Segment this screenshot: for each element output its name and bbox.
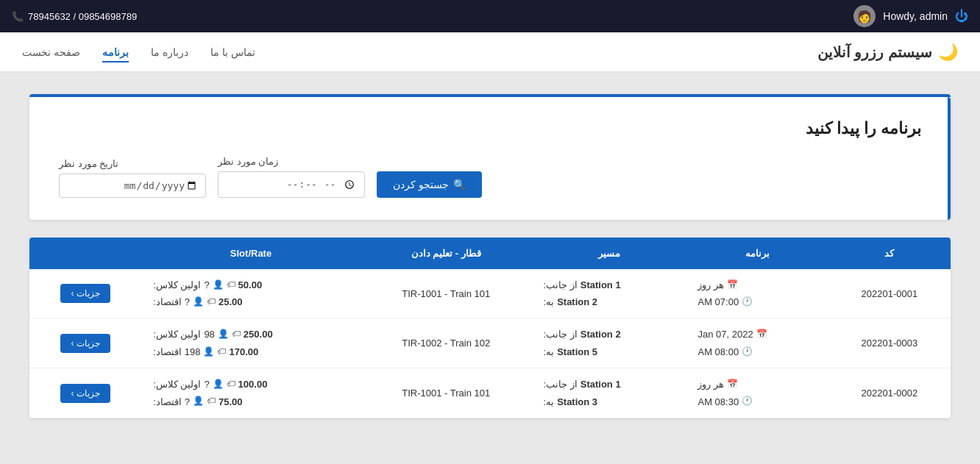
cell-schedule: 📅 هر روز 🕐 AM 08:30 [686,368,828,418]
slot2-label: اقتصاد: [153,293,182,310]
slot1-person-icon: 👤 [213,277,224,293]
cell-route: Station 1 از جانب: Station 3 به: [532,368,686,418]
slot2-value: 170.00 [229,343,258,360]
search-button[interactable]: 🔍 جستجو کردن [377,171,482,198]
route-from-label: از جانب: [544,376,578,393]
results-table: کد برنامه مسیر قطار - تعلیم دادن Slot/Ra… [29,238,951,418]
clock-icon: 🕐 [742,294,753,310]
power-icon[interactable]: ⏻ [955,9,968,24]
schedule-date: Jan 07, 2022 [697,326,753,343]
time-label: زمان مورد نظر [218,156,278,167]
cell-code: 202201-0001 [828,269,951,318]
navbar-brand: 🌙 سیستم رزرو آنلاین [817,43,958,62]
schedule-time: AM 08:00 [697,343,739,360]
cell-code: 202201-0003 [828,318,951,368]
route-to-value: Station 3 [557,393,597,410]
slot1-value: 250.00 [244,326,273,343]
schedule-time: AM 07:00 [697,293,739,310]
detail-button[interactable]: جزیات › [60,334,110,353]
col-code: کد [828,238,951,269]
date-label: تاریخ مورد نظر [59,158,118,169]
nav-link-about[interactable]: درباره ما [151,46,188,58]
cell-train: TIR-1002 - Train 102 [361,318,532,368]
cell-action: جزیات › [29,318,141,368]
cell-action: جزیات › [29,368,141,418]
nav-link-home[interactable]: صفحه نخست [22,46,80,58]
slot1-label: اولین کلاس: [153,326,201,343]
cell-slot: 100.00 🏷 👤 ? اولین کلاس: 75.00 🏷 👤 ? اقت… [141,368,361,418]
nav-link-schedule[interactable]: برنامه [102,46,129,63]
cell-train: TIR-1001 - Train 101 [361,269,532,318]
navbar-links: تماس با ما درباره ما برنامه صفحه نخست [22,46,255,59]
slot2-value: 75.00 [219,393,243,410]
slot2-person-icon: 👤 [193,294,204,310]
schedule-date: هر روز [697,376,724,393]
cell-route: Station 2 از جانب: Station 5 به: [532,318,686,368]
slot1-label: اولین کلاس: [153,376,201,393]
search-icon: 🔍 [453,179,466,190]
calendar-icon: 📅 [727,277,738,293]
route-from-value: Station 1 [580,376,621,393]
date-input[interactable] [59,174,206,198]
schedule-time: AM 08:30 [697,393,739,410]
search-card: برنامه را پیدا کنید 🔍 جستجو کردن زمان مو… [29,94,951,220]
slot2-person-count: ? [185,393,190,410]
col-action [29,238,141,269]
slot2-tag-icon: 🏷 [207,393,216,410]
col-train: قطار - تعلیم دادن [361,238,532,269]
route-to-label: به: [544,343,555,360]
table-row: 202201-0001 📅 هر روز 🕐 AM 07:00 Station … [29,269,951,318]
route-from-value: Station 2 [580,326,621,343]
col-route: مسیر [532,238,686,269]
slot1-tag-icon: 🏷 [227,376,235,393]
nav-item-about[interactable]: درباره ما [151,46,188,59]
avatar: 🧑 [853,5,876,27]
route-to-value: Station 5 [557,343,597,360]
nav-item-schedule[interactable]: برنامه [102,46,129,59]
route-to-label: به: [544,393,555,410]
slot2-person-count: ? [185,293,190,310]
slot1-value: 100.00 [238,376,268,393]
slot2-person-count: 198 [185,343,201,360]
nav-item-home[interactable]: صفحه نخست [22,46,80,59]
table-header-row: کد برنامه مسیر قطار - تعلیم دادن Slot/Ra… [29,238,951,269]
slot1-label: اولین کلاس: [153,276,201,293]
time-input[interactable] [218,171,365,198]
slot2-label: اقتصاد: [153,393,182,410]
slot1-person-icon: 👤 [213,376,224,393]
search-title: برنامه را پیدا کنید [59,119,921,138]
topbar: ⏻ Howdy, admin 🧑 78945632 / 09854698789 … [0,0,980,32]
slot1-value: 50.00 [238,276,263,293]
schedule-table: کد برنامه مسیر قطار - تعلیم دادن Slot/Ra… [29,238,951,418]
detail-button[interactable]: جزیات › [60,384,110,403]
slot2-tag-icon: 🏷 [207,294,216,310]
slot1-person-count: ? [204,276,209,293]
col-slot: Slot/Rate [141,238,361,269]
calendar-icon: 📅 [727,376,738,393]
cell-schedule: 📅 هر روز 🕐 AM 07:00 [686,269,828,318]
table-row: 202201-0003 📅 Jan 07, 2022 🕐 AM 08:00 St… [29,318,951,368]
calendar-icon: 📅 [756,326,767,343]
cell-route: Station 1 از جانب: Station 2 به: [532,269,686,318]
search-form: 🔍 جستجو کردن زمان مورد نظر تاریخ مورد نظ… [59,156,921,198]
time-field-group: زمان مورد نظر [218,156,365,198]
route-to-value: Station 2 [557,293,597,310]
slot1-tag-icon: 🏷 [232,326,241,343]
search-button-label: جستجو کردن [393,179,449,190]
topbar-right: 78945632 / 09854698789 📞 [12,11,137,22]
nav-item-contact[interactable]: تماس با ما [210,46,255,59]
schedule-date: هر روز [697,276,724,293]
slot1-person-icon: 👤 [218,326,229,343]
navbar: 🌙 سیستم رزرو آنلاین تماس با ما درباره ما… [0,32,980,72]
main-content: برنامه را پیدا کنید 🔍 جستجو کردن زمان مو… [0,72,980,440]
cell-code: 202201-0002 [828,368,951,418]
slot1-person-count: ? [204,376,209,393]
route-from-label: از جانب: [544,326,578,343]
clock-icon: 🕐 [742,393,753,410]
slot2-person-icon: 👤 [193,393,204,410]
nav-link-contact[interactable]: تماس با ما [210,46,255,58]
brand-label: سیستم رزرو آنلاین [817,43,932,61]
table-row: 202201-0002 📅 هر روز 🕐 AM 08:30 Station … [29,368,951,418]
detail-button[interactable]: جزیات › [60,284,110,303]
topbar-left: ⏻ Howdy, admin 🧑 [853,5,968,27]
